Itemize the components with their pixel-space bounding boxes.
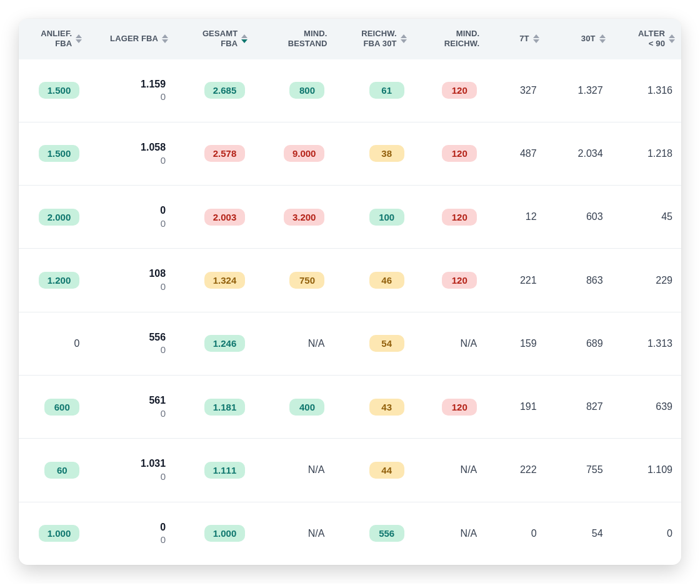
cell-t30: 689 xyxy=(586,338,603,349)
cell-mindrw: N/A xyxy=(461,464,478,475)
table-cell: 1.218 xyxy=(612,122,681,185)
table-cell: 1.200 xyxy=(19,249,88,312)
cell-lager-primary: 0 xyxy=(92,204,166,217)
table-cell: 120 xyxy=(413,122,486,185)
cell-t30: 1.327 xyxy=(578,85,603,96)
table-row: 0 556 0 1.246N/A54N/A1596891.313 xyxy=(19,312,681,375)
table-cell: 1.246 xyxy=(174,312,254,375)
table-cell: 2.578 xyxy=(174,122,254,185)
cell-t7: 12 xyxy=(526,211,537,222)
column-label: ALTER < 90 xyxy=(638,29,665,49)
column-header-alter[interactable]: ALTER < 90 xyxy=(612,19,681,59)
table-cell: 0 0 xyxy=(88,186,174,249)
cell-alter: 1.313 xyxy=(648,338,672,349)
cell-gesamt-badge: 1.246 xyxy=(204,335,246,352)
svg-marker-0 xyxy=(76,34,82,38)
table-cell: 1.316 xyxy=(612,59,681,122)
cell-mindbest-badge: 400 xyxy=(289,399,324,416)
table-cell: 0 0 xyxy=(88,502,174,565)
svg-marker-9 xyxy=(533,39,539,43)
cell-mindrw: N/A xyxy=(461,528,478,539)
cell-alter: 639 xyxy=(656,401,672,412)
table-row: 1.000 0 0 1.000N/A556N/A0540 xyxy=(19,502,681,565)
cell-mindbest: N/A xyxy=(308,528,325,539)
svg-marker-1 xyxy=(76,39,82,43)
table-header-row: ANLIEF. FBA LAGER FBA GESAMT FBA MIND. B… xyxy=(19,19,681,59)
cell-reichw-badge: 556 xyxy=(369,525,404,542)
table-row: 2.000 0 0 2.0033.2001001201260345 xyxy=(19,186,681,249)
cell-alter: 229 xyxy=(656,275,672,286)
table-row: 1.500 1.058 0 2.5789.000381204872.0341.2… xyxy=(19,122,681,185)
cell-lager: 0 0 xyxy=(92,521,166,546)
cell-gesamt-badge: 1.111 xyxy=(204,462,246,479)
cell-reichw-badge: 43 xyxy=(369,399,404,416)
cell-mindrw-badge: 120 xyxy=(442,82,477,99)
table-body: 1.500 1.159 0 2.685800611203271.3271.316… xyxy=(19,59,681,565)
table-cell: 2.003 xyxy=(174,186,254,249)
cell-lager-secondary: 0 xyxy=(92,534,166,546)
table-cell: 800 xyxy=(254,59,333,122)
column-header-anlief[interactable]: ANLIEF. FBA xyxy=(19,19,88,59)
column-label: 7T xyxy=(519,34,529,44)
table-cell: 2.034 xyxy=(546,122,612,185)
cell-t30: 863 xyxy=(586,275,603,286)
table-cell: 1.500 xyxy=(19,59,88,122)
sort-icon xyxy=(162,34,168,43)
cell-gesamt-badge: 1.181 xyxy=(204,399,246,416)
table-cell: 46 xyxy=(333,249,412,312)
svg-marker-11 xyxy=(599,39,606,43)
table-cell: 3.200 xyxy=(254,186,333,249)
cell-gesamt-badge: 2.685 xyxy=(204,82,246,99)
table-cell: 400 xyxy=(254,375,333,438)
svg-marker-8 xyxy=(533,34,539,38)
table-row: 600 561 0 1.18140043120191827639 xyxy=(19,375,681,438)
cell-lager-secondary: 0 xyxy=(92,471,166,483)
cell-t30: 827 xyxy=(586,401,603,412)
table-cell: 556 0 xyxy=(88,312,174,375)
table-cell: 561 0 xyxy=(88,375,174,438)
cell-reichw-badge: 38 xyxy=(369,145,404,162)
cell-lager: 561 0 xyxy=(92,394,166,419)
column-label: ANLIEF. FBA xyxy=(41,29,72,49)
cell-lager: 0 0 xyxy=(92,204,166,229)
column-header-gesamt[interactable]: GESAMT FBA xyxy=(174,19,254,59)
cell-t7: 487 xyxy=(520,148,537,159)
table-cell: 1.159 0 xyxy=(88,59,174,122)
cell-anlief-badge: 1.000 xyxy=(39,525,80,542)
column-header-t7[interactable]: 7T xyxy=(486,19,545,59)
table-cell: 1.500 xyxy=(19,122,88,185)
cell-alter: 45 xyxy=(661,211,672,222)
svg-marker-13 xyxy=(669,39,675,43)
table-cell: 100 xyxy=(333,186,412,249)
cell-t7: 327 xyxy=(520,85,537,96)
svg-marker-6 xyxy=(401,34,407,38)
sort-icon xyxy=(401,34,407,43)
cell-gesamt-badge: 1.324 xyxy=(204,272,246,289)
table-cell: 61 xyxy=(333,59,412,122)
table-cell: 43 xyxy=(333,375,412,438)
cell-gesamt-badge: 2.578 xyxy=(204,145,246,162)
cell-anlief-badge: 600 xyxy=(44,399,79,416)
table-cell: 60 xyxy=(19,439,88,502)
cell-lager-primary: 1.031 xyxy=(92,457,166,471)
table-cell: 38 xyxy=(333,122,412,185)
table-cell: 0 xyxy=(19,312,88,375)
cell-t7: 221 xyxy=(520,275,537,286)
column-header-t30[interactable]: 30T xyxy=(546,19,612,59)
cell-lager-secondary: 0 xyxy=(92,344,166,356)
table-cell: 159 xyxy=(486,312,545,375)
table-row: 60 1.031 0 1.111N/A44N/A2227551.109 xyxy=(19,439,681,502)
sort-icon xyxy=(669,34,675,43)
cell-anlief: 0 xyxy=(74,338,79,349)
sort-icon xyxy=(241,34,248,43)
table-cell: 12 xyxy=(486,186,545,249)
table-cell: 120 xyxy=(413,186,486,249)
column-header-lager[interactable]: LAGER FBA xyxy=(88,19,174,59)
table-cell: 9.000 xyxy=(254,122,333,185)
cell-alter: 1.109 xyxy=(648,464,672,475)
cell-lager-secondary: 0 xyxy=(92,217,166,230)
cell-reichw-badge: 44 xyxy=(369,462,404,479)
table-cell: 827 xyxy=(546,375,612,438)
inventory-table-card: ANLIEF. FBA LAGER FBA GESAMT FBA MIND. B… xyxy=(19,19,681,565)
column-header-reichw[interactable]: REICHW. FBA 30T xyxy=(333,19,412,59)
